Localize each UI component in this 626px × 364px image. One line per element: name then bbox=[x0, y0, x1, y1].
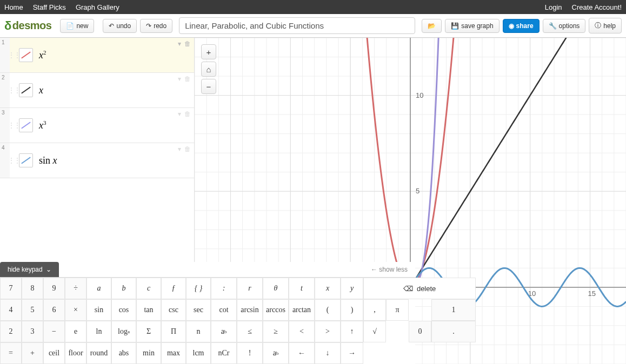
share-button[interactable]: ◉ share bbox=[503, 19, 540, 33]
keypad-key[interactable]: x bbox=[315, 278, 341, 299]
keypad-key[interactable]: ab bbox=[211, 321, 237, 342]
keypad-key[interactable]: ceil bbox=[43, 342, 65, 364]
keypad-key[interactable]: 2 bbox=[0, 321, 22, 342]
show-less-button[interactable]: ← show less bbox=[371, 266, 415, 273]
keypad-key[interactable]: max bbox=[161, 342, 186, 364]
nav-staff-picks[interactable]: Staff Picks bbox=[33, 3, 66, 11]
visibility-toggle[interactable] bbox=[17, 143, 35, 178]
nav-home[interactable]: Home bbox=[4, 3, 23, 11]
keypad-key[interactable]: floor bbox=[65, 342, 86, 364]
keypad-key[interactable]: × bbox=[65, 299, 86, 321]
zoom-out-button[interactable]: − bbox=[201, 79, 216, 94]
keypad-key[interactable]: < bbox=[289, 321, 315, 342]
visibility-toggle[interactable] bbox=[17, 73, 35, 107]
undo-button[interactable]: ↶undo bbox=[103, 19, 137, 33]
trash-icon[interactable]: 🗑 bbox=[184, 40, 191, 48]
keypad-key[interactable]: 1 bbox=[431, 299, 476, 321]
keypad-key[interactable]: . bbox=[431, 321, 476, 342]
keypad-key[interactable]: Σ bbox=[136, 321, 161, 342]
keypad-key[interactable]: cot bbox=[211, 299, 237, 321]
keypad-delete[interactable]: ⌫ delete bbox=[363, 278, 476, 299]
keypad-key[interactable]: 9 bbox=[43, 278, 65, 299]
keypad-key[interactable]: → bbox=[341, 342, 363, 364]
keypad-key[interactable]: tan bbox=[136, 299, 161, 321]
expression-row[interactable]: 2 x ▾🗑 bbox=[0, 73, 194, 108]
keypad-key[interactable]: ← bbox=[289, 342, 315, 364]
keypad-key[interactable]: 7 bbox=[0, 278, 22, 299]
zoom-in-button[interactable]: + bbox=[201, 44, 216, 59]
keypad-key[interactable]: ƒ bbox=[161, 278, 186, 299]
trash-icon[interactable]: 🗑 bbox=[184, 110, 191, 118]
new-button[interactable]: 📄new bbox=[60, 19, 94, 33]
keypad-key[interactable]: ÷ bbox=[65, 278, 86, 299]
keypad-key[interactable]: ab bbox=[263, 342, 289, 364]
keypad-key[interactable]: ≥ bbox=[263, 321, 289, 342]
trash-icon[interactable]: 🗑 bbox=[184, 75, 191, 83]
drag-handle-icon[interactable] bbox=[10, 108, 17, 143]
chevron-down-icon[interactable]: ▾ bbox=[178, 40, 181, 48]
keypad-key[interactable]: b bbox=[111, 278, 136, 299]
keypad-key[interactable]: min bbox=[136, 342, 161, 364]
keypad-key[interactable]: 6 bbox=[43, 299, 65, 321]
keypad-key[interactable]: 4 bbox=[0, 299, 22, 321]
save-button[interactable]: 💾save graph bbox=[445, 19, 499, 33]
expression-content[interactable]: x2 bbox=[35, 38, 194, 72]
expression-content[interactable]: sin x bbox=[35, 143, 194, 178]
chevron-down-icon[interactable]: ▾ bbox=[178, 75, 181, 83]
nav-create-account[interactable]: Create Account! bbox=[572, 3, 622, 11]
open-folder-button[interactable]: 📂 bbox=[422, 19, 442, 33]
keypad-key[interactable]: loga bbox=[111, 321, 136, 342]
keypad-key[interactable]: nCr bbox=[211, 342, 237, 364]
keypad-key[interactable]: √ bbox=[363, 321, 386, 342]
options-button[interactable]: 🔧options bbox=[543, 19, 586, 33]
keypad-key[interactable]: = bbox=[0, 342, 22, 364]
expression-content[interactable]: x3 bbox=[35, 108, 194, 143]
keypad-key[interactable]: ln bbox=[86, 321, 111, 342]
keypad-key[interactable]: ( bbox=[315, 299, 341, 321]
chevron-down-icon[interactable]: ▾ bbox=[178, 110, 181, 118]
keypad-key[interactable]: π bbox=[386, 299, 409, 321]
keypad-key[interactable]: abs bbox=[111, 342, 136, 364]
keypad-key[interactable]: t bbox=[289, 278, 315, 299]
keypad-key[interactable]: Π bbox=[161, 321, 186, 342]
expression-row[interactable]: 4 sin x ▾🗑 bbox=[0, 143, 194, 178]
expression-content[interactable]: x bbox=[35, 73, 194, 107]
keypad-key[interactable]: csc bbox=[161, 299, 186, 321]
keypad-key[interactable]: + bbox=[22, 342, 43, 364]
graph-title-input[interactable] bbox=[179, 17, 415, 34]
keypad-key[interactable]: sin bbox=[86, 299, 111, 321]
keypad-key[interactable]: ! bbox=[237, 342, 263, 364]
keypad-key[interactable]: 3 bbox=[22, 321, 43, 342]
redo-button[interactable]: ↷redo bbox=[140, 19, 172, 33]
visibility-toggle[interactable] bbox=[17, 108, 35, 143]
hide-keypad-button[interactable]: hide keypad ⌄ bbox=[0, 262, 59, 277]
keypad-key[interactable]: arcsin bbox=[237, 299, 263, 321]
nav-login[interactable]: Login bbox=[545, 3, 562, 11]
keypad-key[interactable]: a bbox=[86, 278, 111, 299]
keypad-key[interactable]: , bbox=[363, 299, 386, 321]
keypad-key[interactable]: ↓ bbox=[315, 342, 341, 364]
keypad-key[interactable]: ≤ bbox=[237, 321, 263, 342]
drag-handle-icon[interactable] bbox=[10, 143, 17, 178]
keypad-key[interactable]: r bbox=[237, 278, 263, 299]
keypad-key[interactable]: lcm bbox=[186, 342, 211, 364]
keypad-key[interactable]: 8 bbox=[22, 278, 43, 299]
keypad-key[interactable]: y bbox=[341, 278, 363, 299]
keypad-key[interactable]: arccos bbox=[263, 299, 289, 321]
keypad-key[interactable]: sec bbox=[186, 299, 211, 321]
keypad-key[interactable]: ↑ bbox=[341, 321, 363, 342]
keypad-key[interactable]: c bbox=[136, 278, 161, 299]
keypad-key[interactable]: 5 bbox=[22, 299, 43, 321]
nav-graph-gallery[interactable]: Graph Gallery bbox=[76, 3, 119, 11]
expression-row[interactable]: 1 x2 ▾🗑 bbox=[0, 38, 194, 73]
keypad-key[interactable]: n bbox=[186, 321, 211, 342]
help-button[interactable]: ⓘhelp bbox=[589, 18, 622, 33]
keypad-key[interactable]: cos bbox=[111, 299, 136, 321]
keypad-key[interactable]: 0 bbox=[409, 321, 431, 342]
drag-handle-icon[interactable] bbox=[10, 38, 17, 72]
keypad-key[interactable]: θ bbox=[263, 278, 289, 299]
keypad-key[interactable]: round bbox=[86, 342, 111, 364]
keypad-key[interactable]: > bbox=[315, 321, 341, 342]
keypad-key[interactable]: e bbox=[65, 321, 86, 342]
home-button[interactable]: ⌂ bbox=[201, 62, 216, 77]
